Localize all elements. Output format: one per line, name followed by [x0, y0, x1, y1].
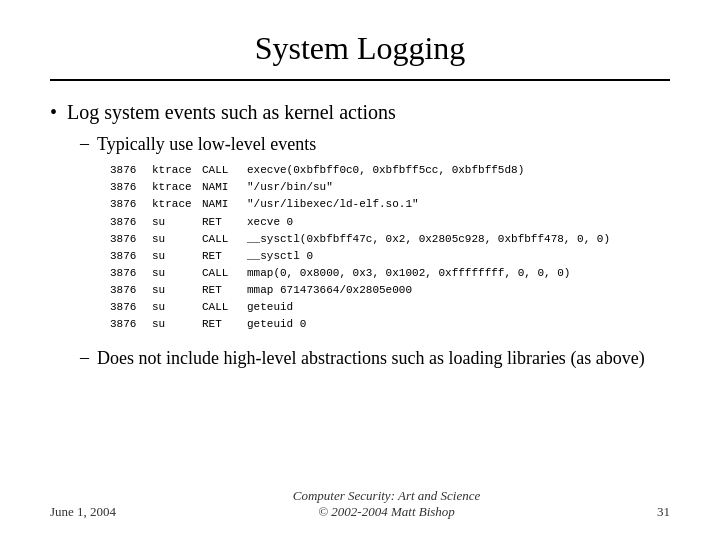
code-row-0: 3876 ktrace CALL execve(0xbfbff0c0, 0xbf…: [110, 162, 670, 179]
code-detail-8: geteuid: [247, 299, 670, 316]
code-row-2: 3876 ktrace NAMI "/usr/libexec/ld-elf.so…: [110, 196, 670, 213]
code-type-5: RET: [202, 248, 247, 265]
main-bullet-text: Log system events such as kernel actions: [67, 99, 396, 125]
code-row-4: 3876 su CALL __sysctl(0xbfbff47c, 0x2, 0…: [110, 231, 670, 248]
code-pid-3: 3876: [110, 214, 152, 231]
sub-bullet-2: – Does not include high-level abstractio…: [80, 347, 670, 370]
footer-center: Computer Security: Art and Science © 200…: [293, 488, 481, 520]
code-pid-5: 3876: [110, 248, 152, 265]
code-row-3: 3876 su RET xecve 0: [110, 214, 670, 231]
sub-dash-2: –: [80, 347, 89, 368]
code-cmd-9: su: [152, 316, 202, 333]
slide-title: System Logging: [50, 30, 670, 67]
code-cmd-6: su: [152, 265, 202, 282]
code-type-9: RET: [202, 316, 247, 333]
code-type-6: CALL: [202, 265, 247, 282]
code-cmd-1: ktrace: [152, 179, 202, 196]
code-cmd-5: su: [152, 248, 202, 265]
code-detail-3: xecve 0: [247, 214, 670, 231]
footer-center-line2: © 2002-2004 Matt Bishop: [318, 504, 455, 519]
code-row-1: 3876 ktrace NAMI "/usr/bin/su": [110, 179, 670, 196]
footer: June 1, 2004 Computer Security: Art and …: [50, 488, 670, 520]
code-cmd-0: ktrace: [152, 162, 202, 179]
code-type-4: CALL: [202, 231, 247, 248]
code-cmd-3: su: [152, 214, 202, 231]
code-pid-0: 3876: [110, 162, 152, 179]
code-detail-4: __sysctl(0xbfbff47c, 0x2, 0x2805c928, 0x…: [247, 231, 670, 248]
title-divider: [50, 79, 670, 81]
code-detail-2: "/usr/libexec/ld-elf.so.1": [247, 196, 670, 213]
code-type-8: CALL: [202, 299, 247, 316]
code-type-1: NAMI: [202, 179, 247, 196]
footer-center-line1: Computer Security: Art and Science: [293, 488, 481, 503]
footer-right: 31: [657, 504, 670, 520]
code-cmd-8: su: [152, 299, 202, 316]
code-pid-4: 3876: [110, 231, 152, 248]
code-pid-9: 3876: [110, 316, 152, 333]
code-row-6: 3876 su CALL mmap(0, 0x8000, 0x3, 0x1002…: [110, 265, 670, 282]
code-detail-5: __sysctl 0: [247, 248, 670, 265]
code-row-9: 3876 su RET geteuid 0: [110, 316, 670, 333]
code-type-3: RET: [202, 214, 247, 231]
sub-bullet-1: – Typically use low-level events: [80, 133, 670, 156]
code-pid-7: 3876: [110, 282, 152, 299]
code-row-5: 3876 su RET __sysctl 0: [110, 248, 670, 265]
sub-bullet-1-text: Typically use low-level events: [97, 133, 316, 156]
code-detail-6: mmap(0, 0x8000, 0x3, 0x1002, 0xffffffff,…: [247, 265, 670, 282]
code-cmd-7: su: [152, 282, 202, 299]
code-type-2: NAMI: [202, 196, 247, 213]
slide: System Logging • Log system events such …: [0, 0, 720, 540]
code-detail-9: geteuid 0: [247, 316, 670, 333]
sub-bullet-2-text: Does not include high-level abstractions…: [97, 347, 645, 370]
code-row-7: 3876 su RET mmap 671473664/0x2805e000: [110, 282, 670, 299]
code-pid-6: 3876: [110, 265, 152, 282]
main-bullet-1: • Log system events such as kernel actio…: [50, 99, 670, 125]
code-block: 3876 ktrace CALL execve(0xbfbff0c0, 0xbf…: [110, 162, 670, 332]
code-type-0: CALL: [202, 162, 247, 179]
code-pid-2: 3876: [110, 196, 152, 213]
footer-left: June 1, 2004: [50, 504, 116, 520]
code-detail-1: "/usr/bin/su": [247, 179, 670, 196]
code-cmd-2: ktrace: [152, 196, 202, 213]
code-detail-7: mmap 671473664/0x2805e000: [247, 282, 670, 299]
code-cmd-4: su: [152, 231, 202, 248]
sub-dash: –: [80, 133, 89, 154]
code-row-8: 3876 su CALL geteuid: [110, 299, 670, 316]
code-pid-8: 3876: [110, 299, 152, 316]
code-detail-0: execve(0xbfbff0c0, 0xbfbff5cc, 0xbfbff5d…: [247, 162, 670, 179]
code-type-7: RET: [202, 282, 247, 299]
code-pid-1: 3876: [110, 179, 152, 196]
bullet-dot: •: [50, 99, 57, 125]
